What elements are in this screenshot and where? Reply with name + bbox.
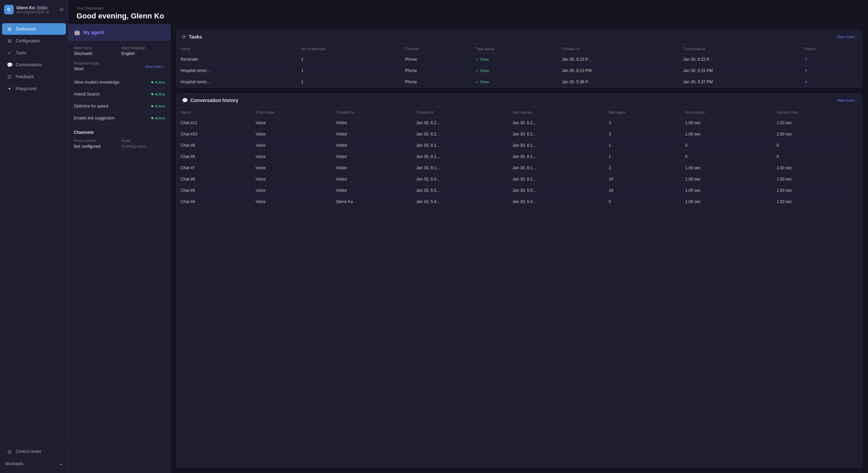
- sidebar-item-dashboard[interactable]: ⊞ Dashboard: [2, 23, 66, 35]
- phone-number-label: Phone number: [74, 139, 117, 143]
- sidebar-item-feedback[interactable]: ⊡ Feedback: [2, 71, 66, 83]
- conv-mode: Voice: [252, 151, 332, 162]
- task-report[interactable]: ↗: [800, 76, 862, 88]
- external-link-icon[interactable]: ↗: [804, 57, 808, 62]
- conv-name: Chat #11: [177, 117, 252, 129]
- agent-language-field: Agent language English: [122, 46, 165, 56]
- sidebar-item-label: Playground: [16, 86, 37, 91]
- check-icon: ✓: [476, 80, 479, 84]
- tasks-icon: ⟳: [182, 34, 186, 40]
- task-report[interactable]: ↗: [800, 54, 862, 65]
- user-email: demos@stochastic.ai: [16, 10, 49, 14]
- workspace-name: Stochastic: [5, 461, 24, 466]
- conv-avg-response: 1.00 sec: [681, 129, 773, 140]
- conv-session-time: 1.00 sec: [772, 196, 862, 207]
- feature-status: Active: [151, 104, 165, 108]
- conv-created-by: Visitor: [332, 129, 412, 140]
- sidebar-item-label: Feedback: [16, 74, 34, 79]
- conv-session-time: 0: [772, 151, 862, 162]
- user-info-block: G Glenn Ko Owner demos@stochastic.ai: [4, 5, 49, 14]
- conv-header: 💬 Conversation history View more ›: [177, 94, 862, 108]
- conv-messages: 14: [605, 174, 681, 185]
- response-length-value: Short: [74, 67, 84, 71]
- tasks-header: ⟳ Tasks View more ›: [177, 30, 862, 44]
- conv-col-mode: Chat mode: [252, 108, 332, 117]
- sidebar-item-configuration[interactable]: ⚙ Configuration: [2, 35, 66, 47]
- phone-number-field: Phone number Not configured: [74, 139, 117, 149]
- configuration-icon: ⚙: [7, 38, 12, 44]
- feature-name: Optimize for speed: [74, 104, 108, 109]
- conv-last-message: Jan 30, 6:1...: [508, 162, 605, 174]
- task-created-at: Jan 30, 5:36 P...: [558, 76, 679, 88]
- external-link-icon[interactable]: ↗: [804, 68, 808, 73]
- conv-created-at: Jan 30, 6:2...: [412, 117, 508, 129]
- tasks-view-more[interactable]: View more ›: [837, 35, 857, 39]
- workspace-selector[interactable]: Stochastic ⌄: [0, 458, 68, 470]
- sidebar-item-playground[interactable]: ✦ Playground: [2, 83, 66, 95]
- conv-last-message: Jan 30, 6:1...: [508, 140, 605, 151]
- conv-messages: 1: [605, 140, 681, 151]
- chevron-right-icon: ›: [855, 98, 857, 102]
- channels-grid: Phone number Not configured Email Coming…: [74, 139, 165, 149]
- status-dot-icon: [151, 117, 153, 119]
- col-name: Name: [177, 44, 297, 54]
- task-status: ✓ Done: [472, 65, 558, 76]
- col-attempts: No of attempts: [297, 44, 401, 54]
- task-name: Reminder: [177, 54, 297, 65]
- sidebar-bottom: ◎ Control center Stochastic ⌄: [0, 442, 68, 473]
- conv-messages: 3: [605, 129, 681, 140]
- conv-created-at: Jan 30, 6:1...: [412, 140, 508, 151]
- feature-status: Active: [151, 116, 165, 120]
- gear-icon[interactable]: ⚙: [59, 7, 64, 12]
- main-content: Your Dashboard Good evening, Glenn Ko 🤖 …: [68, 0, 868, 473]
- dashboard-label: Your Dashboard: [76, 6, 860, 10]
- agent-name-label: Agent name: [74, 46, 117, 50]
- conv-last-message: Jan 30, 6:2...: [508, 117, 605, 129]
- agent-info-grid: Agent name Stochastic Agent language Eng…: [74, 46, 165, 56]
- agent-language-label: Agent language: [122, 46, 165, 50]
- conv-created-by: Visitor: [332, 174, 412, 185]
- conv-col-messages: Messages: [605, 108, 681, 117]
- conv-col-last-msg: Last messa...: [508, 108, 605, 117]
- conv-view-more[interactable]: View more ›: [837, 98, 857, 102]
- response-length-field: Response length Short: [74, 61, 99, 71]
- tasks-title-row: ⟳ Tasks: [182, 34, 202, 40]
- conv-created-by: Visitor: [332, 162, 412, 174]
- conv-name: Chat #4: [177, 196, 252, 207]
- agent-name-value: Stochastic: [74, 51, 93, 56]
- control-center-item[interactable]: ◎ Control center: [2, 446, 66, 457]
- conv-avg-response: 1.00 sec: [681, 117, 773, 129]
- feature-status: Active: [151, 80, 165, 84]
- list-item: Chat #8 Voice Visitor Jan 30, 6:1... Jan…: [177, 151, 862, 162]
- task-name: Hospital remin...: [177, 65, 297, 76]
- conv-avg-response: 0: [681, 140, 773, 151]
- conv-last-message: Jan 30, 5:4...: [508, 196, 605, 207]
- agent-title: My agent: [83, 30, 104, 35]
- conv-created-by: Visitor: [332, 140, 412, 151]
- status-dot-icon: [151, 105, 153, 107]
- conv-messages: 16: [605, 185, 681, 196]
- sidebar-item-label: Tasks: [16, 51, 26, 55]
- task-report[interactable]: ↗: [800, 65, 862, 76]
- conv-table-wrap: Name Chat mode Created by Created at Las…: [177, 108, 862, 467]
- owner-badge: Owner: [36, 6, 48, 10]
- conv-mode: Voice: [252, 140, 332, 151]
- feature-name: Allow model's knowledge: [74, 80, 120, 85]
- list-item: Chat #4 Voice Glenn Ko Jan 30, 5:4... Ja…: [177, 196, 862, 207]
- agent-name-field: Agent name Stochastic: [74, 46, 117, 56]
- conv-name: Chat #7: [177, 162, 252, 174]
- external-link-icon[interactable]: ↗: [804, 80, 808, 84]
- sidebar-item-label: Dashboard: [16, 27, 36, 31]
- user-details: Glenn Ko Owner demos@stochastic.ai: [16, 5, 49, 14]
- view-more-button[interactable]: View more ›: [145, 64, 165, 69]
- conv-created-by: Visitor: [332, 185, 412, 196]
- conv-avg-response: 0: [681, 151, 773, 162]
- conv-avg-response: 1.00 sec: [681, 174, 773, 185]
- sidebar-item-conversations[interactable]: 💬 Conversations: [2, 59, 66, 71]
- conv-title: Conversation history: [191, 98, 238, 103]
- sidebar-item-tasks[interactable]: ✓ Tasks: [2, 47, 66, 59]
- conv-messages: 5: [605, 196, 681, 207]
- email-field: Email Coming soon...: [122, 139, 165, 149]
- check-icon: ✓: [476, 69, 479, 73]
- list-item: Chat #10 Voice Visitor Jan 30, 6:2... Ja…: [177, 129, 862, 140]
